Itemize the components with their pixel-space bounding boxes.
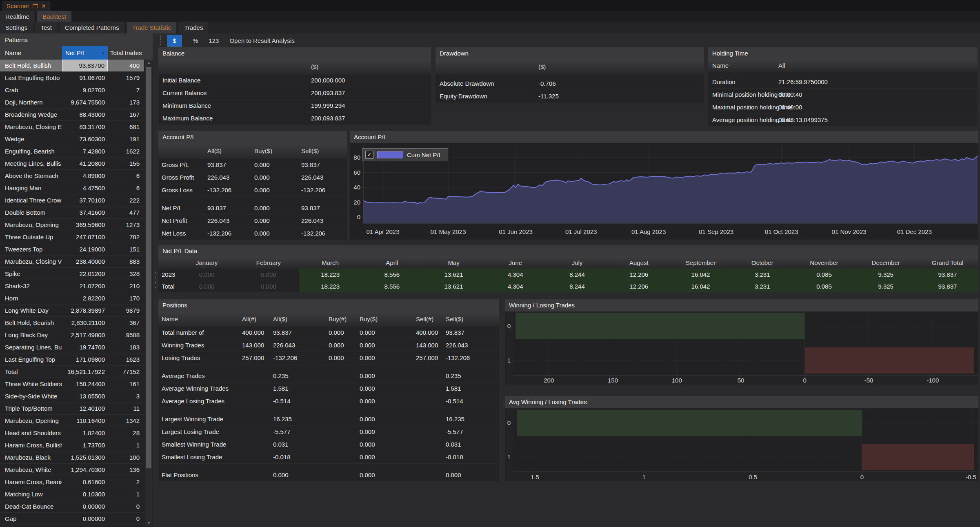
pattern-row[interactable]: Three White Soldiers150.24400161 [0,378,145,390]
currency-dollar-button[interactable]: $ [167,35,182,47]
pattern-row[interactable]: Identical Three Crow37.70100222 [0,194,145,207]
pattern-row[interactable]: Dead-Cat Bounce0.000000 [0,500,145,513]
pattern-row[interactable]: Marubozu, White1,294.70300136 [0,464,145,476]
pattern-row[interactable]: Marubozu, Closing E83.31700681 [0,121,145,133]
tab-trades[interactable]: Trades [179,22,208,33]
pattern-row[interactable]: Belt Hold, Bullish93.83700400 [0,60,145,72]
stat-value: 93.837 [207,159,226,171]
pattern-row[interactable]: Shark-3221.07200210 [0,280,145,292]
pattern-row[interactable]: Spike22.01200328 [0,268,145,280]
stat-value: 143.000 [242,339,264,351]
pattern-row[interactable]: Total16,521.1792277152 [0,366,145,378]
stat-label: Minimum Balance [162,100,211,112]
pattern-trades: 9508 [108,329,144,341]
tab-trade-statistic[interactable]: Trade Statistic [127,22,176,33]
pattern-row[interactable]: Horn2.82200170 [0,292,145,305]
svg-text:1: 1 [642,474,645,480]
pattern-trades: 1 [108,488,144,500]
pattern-row[interactable]: Three Outside Up247.87100782 [0,231,145,243]
stat-row: Gross P/L93.8370.00093.837 [158,159,347,171]
pattern-row[interactable]: Tweezers Top24.19000151 [0,243,145,256]
pattern-trades: 191 [108,133,144,145]
pattern-name: Long White Day [0,305,62,316]
column-header-total-trades[interactable]: Total trades [108,46,144,60]
stat-row: Losing Trades257.000-132.2060.0000.00025… [158,352,499,365]
pattern-row[interactable]: Gap0.000000 [0,513,145,525]
pattern-row[interactable]: Marubozu, Closing V238.40000883 [0,256,145,268]
pattern-row[interactable]: Head and Shoulders1.8240028 [0,427,145,439]
stat-label: Average Winning Trades [162,382,229,395]
pattern-name: Three Outside Up [0,231,62,243]
tab-test[interactable]: Test [35,22,57,33]
pattern-row[interactable]: Marubozu, Opening110.164001342 [0,415,145,427]
patterns-panel: Patterns Name Net P/L▼ Total trades Belt… [0,33,153,527]
pattern-row[interactable]: Crab9.027007 [0,84,145,96]
toolbar-drag-handle-icon[interactable] [160,36,161,45]
scroll-up-icon[interactable]: ▲ [145,60,152,66]
pattern-name: Belt Hold, Bullish [0,60,62,71]
stat-value: 200,093.837 [311,112,345,125]
close-icon[interactable]: ✕ [41,3,46,9]
pattern-netpl: 73.60300 [62,133,108,145]
holding-time-panel: Holding Time Name All Duration21:26:59.9… [708,47,978,126]
tab-backtest[interactable]: Backtest [37,11,71,22]
pattern-row[interactable]: Separating Lines, Bu19.74700183 [0,341,145,354]
legend-checkbox[interactable]: ✓ [365,151,373,159]
netpl-month-header: September [670,257,731,269]
netpl-cell: 3.231 [731,280,793,292]
percent-button[interactable]: % [193,37,198,44]
pattern-name: Last Engulfing Botto [0,72,62,84]
pattern-row[interactable]: Double Bottom37.41600477 [0,207,145,219]
pattern-row[interactable]: Engulfing, Bearish7.428001622 [0,145,145,158]
pattern-row[interactable]: Last Engulfing Top171.098001623 [0,354,145,366]
count-button[interactable]: 123 [209,37,219,44]
open-result-analysis-button[interactable]: Open to Result Analysis [229,37,294,44]
stat-value: 0.000 [273,469,289,481]
tab-completed-patterns[interactable]: Completed Patterns [60,22,124,33]
tab-scanner[interactable]: Scanner ✕ [2,1,50,11]
svg-text:01 Dec 2023: 01 Dec 2023 [897,228,932,235]
stat-label: Total number of [162,327,204,339]
stat-value: -0.018 [446,451,463,463]
column-header-netpl[interactable]: Net P/L▼ [62,46,108,60]
netpl-cell: 0.000 [238,280,299,292]
netpl-cell: 0.085 [793,280,855,292]
pattern-row[interactable]: Last Engulfing Botto91.067001579 [0,72,145,84]
drawdown-title: Drawdown [436,47,704,60]
tab-settings[interactable]: Settings [0,22,33,33]
chart-legend[interactable]: ✓ Cum Net P/L [362,148,448,161]
pattern-row[interactable]: Belt Hold, Bearish2,830.21100367 [0,317,145,329]
scrollbar-thumb[interactable] [146,67,151,468]
pattern-row[interactable]: Long White Day2,878.398979879 [0,305,145,317]
panel-splitter[interactable] [153,33,158,527]
netpl-cell: 8.244 [546,269,608,280]
pattern-trades: 161 [108,378,144,390]
netpl-cell: 0.000 [238,269,299,280]
pattern-name: Matching Low [0,488,62,500]
pattern-row[interactable]: Harami Cross, Bullish1.737001 [0,439,145,451]
pattern-row[interactable]: Side-by-Side White13.055003 [0,390,145,402]
svg-text:0: 0 [507,322,511,329]
pattern-row[interactable]: Marubozu, Black1,525.01300100 [0,451,145,464]
pattern-row[interactable]: Matching Low0.103001 [0,488,145,500]
tab-realtime[interactable]: Realtime [0,11,35,22]
pattern-row[interactable]: Triple Top/Bottom12.4010011 [0,402,145,415]
pattern-row[interactable]: Broadening Wedge88.43000167 [0,109,145,121]
scroll-down-icon[interactable]: ▼ [145,520,152,526]
netpl-month-header: June [484,257,546,269]
stat-label: Gross P/L [162,159,189,171]
pattern-row[interactable]: Marubozu, Opening369.596001273 [0,219,145,231]
pattern-row[interactable]: Doji, Northern9,674.75500173 [0,96,145,109]
column-header-name[interactable]: Name [0,46,62,60]
stat-value: 0.000 [360,339,375,351]
pattern-row[interactable]: Long Black Day2,517.498009508 [0,329,145,341]
pattern-row[interactable]: Meeting Lines, Bullis41.20800155 [0,158,145,170]
pattern-row[interactable]: Hanging Man4.475006 [0,182,145,194]
patterns-scrollbar[interactable]: ▲ ▼ [145,60,152,526]
pattern-name: Shark-32 [0,280,62,292]
svg-text:1: 1 [507,454,511,460]
pattern-row[interactable]: Above the Stomach4.890006 [0,170,145,182]
stat-label: Winning Trades [162,339,204,351]
pattern-row[interactable]: Wedge73.60300191 [0,133,145,145]
pattern-row[interactable]: Harami Cross, Bearis0.616002 [0,476,145,488]
